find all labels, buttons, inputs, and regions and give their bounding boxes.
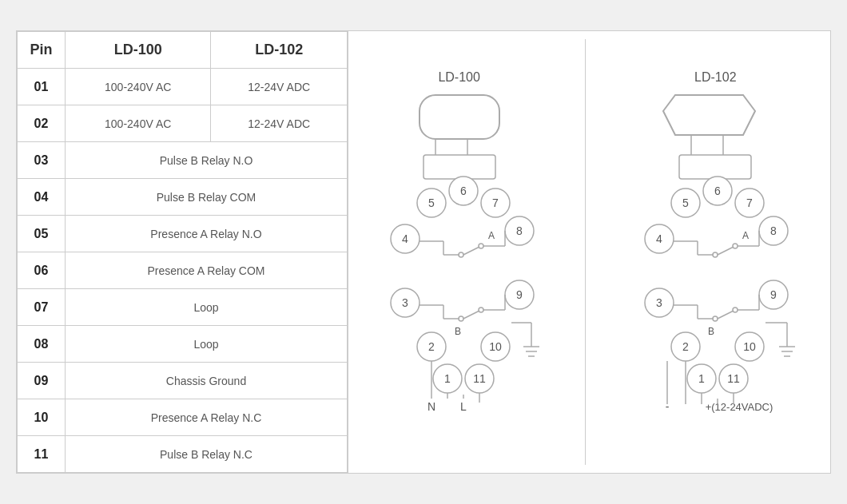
svg-line-72 <box>718 247 734 255</box>
svg-text:7: 7 <box>746 196 753 209</box>
svg-rect-3 <box>424 155 495 179</box>
svg-text:N: N <box>427 400 435 413</box>
pin-description: Presence A Relay N.C <box>66 399 348 436</box>
ld100-label: LD-100 <box>438 70 479 85</box>
pin-description: Pulse B Relay N.O <box>66 142 348 179</box>
svg-text:11: 11 <box>728 372 741 385</box>
ld102-label: LD-102 <box>694 70 736 85</box>
svg-line-85 <box>718 311 734 319</box>
svg-text:10: 10 <box>489 340 502 353</box>
pin-number: 01 <box>18 69 66 105</box>
svg-text:10: 10 <box>744 340 757 353</box>
pin-number: 08 <box>18 326 66 363</box>
ld100-value: 100-240V AC <box>66 105 211 142</box>
svg-text:7: 7 <box>492 196 499 209</box>
table-row: 08Loop <box>18 326 348 363</box>
svg-text:A: A <box>742 230 749 241</box>
svg-point-32 <box>479 308 483 312</box>
pin-number: 02 <box>18 105 66 142</box>
svg-text:8: 8 <box>516 224 523 237</box>
pin-description: Pulse B Relay N.C <box>66 436 348 473</box>
diagram-divider <box>585 39 586 465</box>
ld102-value: 12-24V ADC <box>211 69 348 105</box>
pin-number: 10 <box>18 399 66 436</box>
pin-description: Loop <box>66 289 348 326</box>
table-row: 05Presence A Relay N.O <box>18 216 348 252</box>
pin-number: 04 <box>18 179 66 216</box>
table-row: 10Presence A Relay N.C <box>18 399 348 436</box>
svg-line-31 <box>463 311 479 319</box>
pin-number: 11 <box>18 436 66 473</box>
ld102-diagram: LD-102 6 7 5 8 <box>623 70 807 435</box>
svg-text:B: B <box>455 326 461 337</box>
svg-text:4: 4 <box>402 232 408 245</box>
pin-table: Pin LD-100 LD-102 01100-240V AC12-24V AD… <box>17 31 348 473</box>
diagrams-area: LD-100 6 7 5 8 <box>348 31 830 473</box>
table-row: 07Loop <box>18 289 348 326</box>
table-row: 09Chassis Ground <box>18 363 348 399</box>
svg-point-73 <box>733 244 738 248</box>
svg-rect-0 <box>420 95 499 139</box>
pin-description: Presence A Relay COM <box>66 252 348 289</box>
svg-text:4: 4 <box>656 232 662 245</box>
svg-point-19 <box>479 244 483 248</box>
svg-text:8: 8 <box>770 224 777 237</box>
table-row: 02100-240V AC12-24V ADC <box>18 105 348 142</box>
svg-text:2: 2 <box>682 340 689 353</box>
svg-text:B: B <box>708 326 714 337</box>
svg-text:9: 9 <box>516 288 523 301</box>
svg-line-18 <box>463 247 479 255</box>
svg-text:L: L <box>460 400 467 413</box>
main-container: Pin LD-100 LD-102 01100-240V AC12-24V AD… <box>16 30 831 474</box>
pin-number: 09 <box>18 363 66 399</box>
col-ld100: LD-100 <box>66 32 211 69</box>
svg-text:3: 3 <box>656 296 662 309</box>
table-row: 11Pulse B Relay N.C <box>18 436 348 473</box>
pin-description: Loop <box>66 326 348 363</box>
table-row: 04Pulse B Relay COM <box>18 179 348 216</box>
svg-text:5: 5 <box>682 196 689 209</box>
svg-text:3: 3 <box>402 296 408 309</box>
svg-rect-57 <box>679 155 751 179</box>
svg-text:A: A <box>488 230 495 241</box>
svg-text:6: 6 <box>714 185 721 197</box>
pin-description: Pulse B Relay COM <box>66 179 348 216</box>
svg-text:2: 2 <box>428 340 435 353</box>
ld100-diagram: LD-100 6 7 5 8 <box>372 70 547 435</box>
svg-text:6: 6 <box>460 185 467 197</box>
pin-number: 05 <box>18 216 66 252</box>
svg-text:5: 5 <box>428 196 435 209</box>
pin-number: 03 <box>18 142 66 179</box>
col-pin: Pin <box>18 32 66 69</box>
svg-point-86 <box>733 308 738 312</box>
pin-description: Presence A Relay N.O <box>66 216 348 252</box>
ld100-value: 100-240V AC <box>66 69 211 105</box>
pin-number: 07 <box>18 289 66 326</box>
svg-text:+(12-24VADC): +(12-24VADC) <box>706 401 773 413</box>
col-ld102: LD-102 <box>211 32 348 69</box>
svg-text:1: 1 <box>444 372 451 385</box>
pin-number: 06 <box>18 252 66 289</box>
svg-text:9: 9 <box>770 288 777 301</box>
table-row: 06Presence A Relay COM <box>18 252 348 289</box>
ld102-value: 12-24V ADC <box>211 105 348 142</box>
svg-text:1: 1 <box>698 372 705 385</box>
table-row: 03Pulse B Relay N.O <box>18 142 348 179</box>
table-row: 01100-240V AC12-24V ADC <box>18 69 348 105</box>
pin-description: Chassis Ground <box>66 363 348 399</box>
svg-text:11: 11 <box>473 372 486 385</box>
